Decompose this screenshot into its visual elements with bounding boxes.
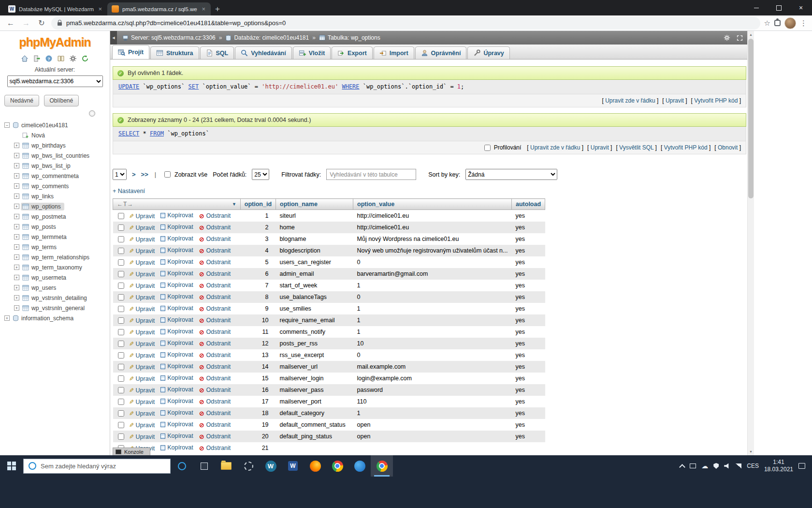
edit-row-link[interactable]: Upravit xyxy=(136,213,155,220)
edit-row-link[interactable]: Upravit xyxy=(136,248,155,254)
tree-item-label[interactable]: wp_bws_list_ip xyxy=(31,163,71,169)
copy-row-link[interactable]: Kopírovat xyxy=(167,270,193,277)
expand-icon[interactable]: + xyxy=(14,285,19,290)
delete-row-link[interactable]: Odstranit xyxy=(206,375,231,382)
tab-sql[interactable]: SQL xyxy=(200,46,234,59)
copy-row-link[interactable]: Kopírovat xyxy=(167,340,193,346)
expand-icon[interactable]: + xyxy=(14,163,19,168)
profile-avatar[interactable] xyxy=(784,17,796,29)
edit-row-link[interactable]: Upravit xyxy=(136,306,155,313)
breadcrumb-table[interactable]: Tabulka: wp_options xyxy=(319,34,380,41)
maximize-button[interactable] xyxy=(768,0,790,15)
wordpress-taskbar-button[interactable]: W xyxy=(260,455,282,477)
bookmark-star-icon[interactable]: ☆ xyxy=(764,19,770,28)
browser-menu-icon[interactable]: ⋮ xyxy=(800,19,807,28)
last-page-link[interactable]: >> xyxy=(141,171,148,178)
row-checkbox[interactable] xyxy=(118,399,124,405)
tab-browse[interactable]: Projít xyxy=(112,45,149,59)
copy-row-link[interactable]: Kopírovat xyxy=(167,282,193,288)
edit-row-link[interactable]: Upravit xyxy=(136,352,155,359)
column-header-option-id[interactable]: option_id xyxy=(240,199,276,210)
collapse-icon[interactable]: − xyxy=(4,122,10,128)
row-checkbox[interactable] xyxy=(118,213,124,219)
url-bar[interactable]: pma5.webzdarma.cz/sql.php?db=cimelice01e… xyxy=(51,17,760,30)
query-action-link[interactable]: Vysvětlit SQL xyxy=(619,144,653,151)
taskbar-search-box[interactable]: Sem zadejte hledaný výraz xyxy=(23,459,171,474)
tray-expand-icon[interactable] xyxy=(679,464,685,470)
expand-icon[interactable]: + xyxy=(4,315,10,321)
delete-row-link[interactable]: Odstranit xyxy=(206,236,231,242)
edit-row-link[interactable]: Upravit xyxy=(136,294,155,301)
query-action-link[interactable]: Vytvořit PHP kód xyxy=(694,97,738,104)
settings-taskbar-button[interactable] xyxy=(237,455,260,477)
file-explorer-taskbar-button[interactable] xyxy=(215,455,237,477)
copy-row-link[interactable]: Kopírovat xyxy=(167,421,193,428)
delete-row-link[interactable]: Odstranit xyxy=(206,317,231,324)
reload-button[interactable]: ↻ xyxy=(36,18,47,28)
expand-icon[interactable]: + xyxy=(14,275,19,280)
row-count-select[interactable]: 25 xyxy=(252,169,269,180)
recent-tables-button[interactable]: Nedávné xyxy=(4,95,39,106)
row-checkbox[interactable] xyxy=(118,236,124,242)
copy-row-link[interactable]: Kopírovat xyxy=(167,316,193,323)
expand-icon[interactable]: + xyxy=(14,224,19,229)
delete-row-link[interactable]: Odstranit xyxy=(206,421,231,428)
security-shield-icon[interactable] xyxy=(713,463,719,469)
edit-row-link[interactable]: Upravit xyxy=(136,271,155,278)
tree-item-label[interactable]: wp_vstrsnln_general xyxy=(31,305,85,312)
delete-row-link[interactable]: Odstranit xyxy=(206,433,231,440)
show-all-checkbox[interactable] xyxy=(164,171,171,178)
home-icon[interactable] xyxy=(20,54,29,63)
language-indicator[interactable]: CES xyxy=(747,463,759,469)
tree-item-label[interactable]: wp_users xyxy=(31,284,56,291)
edit-row-link[interactable]: Upravit xyxy=(136,341,155,347)
sort-key-select[interactable]: Žádná xyxy=(465,169,557,180)
page-settings-gear-icon[interactable] xyxy=(724,34,730,41)
expand-icon[interactable]: + xyxy=(14,173,19,179)
delete-row-link[interactable]: Odstranit xyxy=(206,363,231,370)
tree-item-label[interactable]: wp_termmeta xyxy=(31,234,67,240)
copy-row-link[interactable]: Kopírovat xyxy=(167,328,193,335)
query-action-link[interactable]: Upravit xyxy=(666,97,684,104)
sql-keyword[interactable]: SELECT xyxy=(118,130,139,137)
network-icon[interactable] xyxy=(736,463,741,468)
copy-row-link[interactable]: Kopírovat xyxy=(167,224,193,230)
row-checkbox[interactable] xyxy=(118,224,124,231)
expand-icon[interactable]: + xyxy=(14,265,19,270)
expand-icon[interactable]: + xyxy=(14,194,19,199)
delete-row-link[interactable]: Odstranit xyxy=(206,352,231,359)
chrome-taskbar-button[interactable] xyxy=(326,455,348,477)
tree-item-label[interactable]: wp_postmeta xyxy=(31,213,66,220)
row-checkbox[interactable] xyxy=(118,352,124,359)
tab-close-icon[interactable]: × xyxy=(201,5,206,13)
copy-row-link[interactable]: Kopírovat xyxy=(167,212,193,219)
breadcrumb-server[interactable]: Server: sql5.webzdarma.cz:3306 xyxy=(122,34,216,41)
back-button[interactable]: ← xyxy=(5,19,16,28)
delete-row-link[interactable]: Odstranit xyxy=(206,294,231,300)
copy-row-link[interactable]: Kopírovat xyxy=(167,305,193,312)
delete-row-link[interactable]: Odstranit xyxy=(206,270,231,277)
expand-icon[interactable]: + xyxy=(14,153,19,158)
tab-search[interactable]: Vyhledávání xyxy=(235,46,292,59)
settings-icon[interactable] xyxy=(69,54,78,63)
scroll-up-arrow[interactable]: ▲ xyxy=(748,31,754,38)
copy-row-link[interactable]: Kopírovat xyxy=(167,258,193,265)
logout-icon[interactable] xyxy=(32,54,42,63)
expand-icon[interactable]: + xyxy=(14,234,19,239)
copy-row-link[interactable]: Kopírovat xyxy=(167,409,193,416)
firefox-taskbar-button[interactable] xyxy=(304,455,326,477)
sql-keyword[interactable]: UPDATE xyxy=(118,83,139,90)
expand-icon[interactable]: + xyxy=(14,183,19,189)
copy-row-link[interactable]: Kopírovat xyxy=(167,293,193,300)
chrome-taskbar-button[interactable] xyxy=(371,455,393,477)
edit-row-link[interactable]: Upravit xyxy=(136,399,155,405)
query-action-link[interactable]: Obnovit xyxy=(718,144,738,151)
delete-row-link[interactable]: Odstranit xyxy=(206,410,231,417)
volume-icon[interactable] xyxy=(724,463,730,469)
tree-item-label[interactable]: wp_terms xyxy=(31,244,57,251)
query-action-link[interactable]: Upravit xyxy=(591,144,609,151)
tree-item-label[interactable]: wp_term_taxonomy xyxy=(31,264,82,271)
edit-row-link[interactable]: Upravit xyxy=(136,224,155,231)
filter-input[interactable] xyxy=(326,169,416,180)
tree-item-label[interactable]: wp_vstrsnln_detailing xyxy=(31,295,87,301)
